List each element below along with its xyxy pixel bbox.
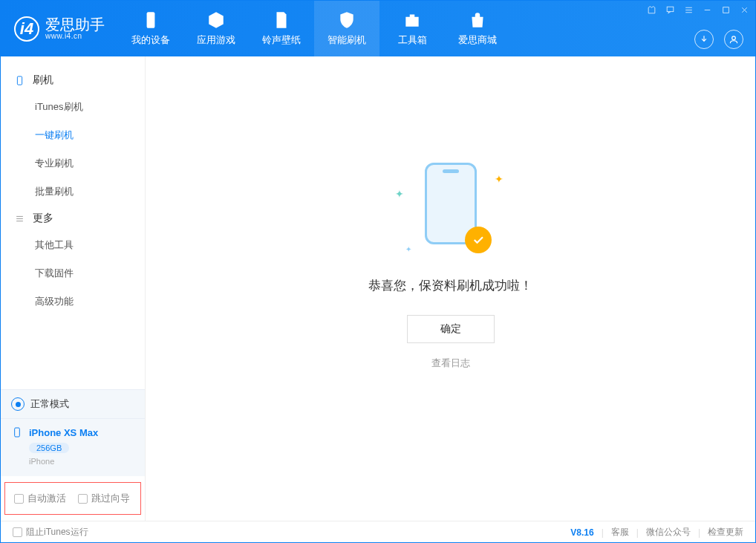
success-illustration: ✦ ✦ ✦ <box>395 163 506 259</box>
tab-label: 智能刷机 <box>328 33 366 47</box>
tab-toolbox[interactable]: 工具箱 <box>379 1 445 56</box>
minimize-icon[interactable] <box>703 5 712 17</box>
mode-label: 正常模式 <box>30 397 69 411</box>
logo-icon: i4 <box>14 16 39 42</box>
status-dot-icon <box>11 397 25 411</box>
header: i4 爱思助手 www.i4.cn 我的设备 应用游戏 铃声壁纸 智能刷机 工具… <box>1 1 755 56</box>
tab-label: 应用游戏 <box>197 33 235 47</box>
svg-rect-1 <box>667 7 674 12</box>
svg-rect-5 <box>15 428 20 437</box>
sparkle-icon: ✦ <box>395 188 404 200</box>
tab-store[interactable]: 爱思商城 <box>445 1 510 56</box>
device-capacity: 256GB <box>29 443 69 453</box>
brand-subtitle: www.i4.cn <box>45 32 105 40</box>
success-message: 恭喜您，保资料刷机成功啦！ <box>368 277 532 294</box>
sidebar-item-pro-flash[interactable]: 专业刷机 <box>1 149 145 178</box>
tab-label: 爱思商城 <box>458 33 497 47</box>
sidebar-item-oneclick-flash[interactable]: 一键刷机 <box>1 121 145 149</box>
menu-icon[interactable] <box>684 5 694 17</box>
section-title: 更多 <box>33 212 53 225</box>
tab-apps[interactable]: 应用游戏 <box>183 1 249 56</box>
device-type: iPhone <box>29 457 134 466</box>
checkbox-label: 自动激活 <box>27 492 66 505</box>
footer-link-update[interactable]: 检查更新 <box>708 526 743 539</box>
checkbox-label: 跳过向导 <box>91 492 130 505</box>
sidebar-item-advanced[interactable]: 高级功能 <box>1 287 145 316</box>
separator: | <box>698 527 700 538</box>
device-mode[interactable]: 正常模式 <box>1 389 145 418</box>
checkbox-block-itunes[interactable]: 阻止iTunes运行 <box>13 526 88 539</box>
svg-rect-4 <box>17 76 22 84</box>
sparkle-icon: ✦ <box>405 245 411 253</box>
feedback-icon[interactable] <box>665 5 675 17</box>
ok-button[interactable]: 确定 <box>407 315 495 343</box>
separator: | <box>602 527 604 538</box>
device-card[interactable]: iPhone XS Max 256GB iPhone <box>1 418 145 476</box>
tab-my-device[interactable]: 我的设备 <box>118 1 183 56</box>
user-icon[interactable] <box>724 30 743 49</box>
phone-icon <box>141 10 160 30</box>
svg-rect-0 <box>147 12 155 28</box>
music-file-icon <box>272 10 291 30</box>
sparkle-icon: ✦ <box>495 173 504 185</box>
window-controls <box>647 5 749 17</box>
nav-tabs: 我的设备 应用游戏 铃声壁纸 智能刷机 工具箱 爱思商城 <box>118 1 510 56</box>
checkbox-label: 阻止iTunes运行 <box>26 526 88 539</box>
tab-label: 铃声壁纸 <box>262 33 301 47</box>
svg-rect-2 <box>723 7 729 13</box>
check-badge-icon <box>465 227 492 253</box>
phone-outline-icon <box>11 426 23 438</box>
sidebar-item-batch-flash[interactable]: 批量刷机 <box>1 178 145 206</box>
tab-label: 我的设备 <box>131 33 170 47</box>
checkbox-skip-wizard[interactable]: 跳过向导 <box>78 492 130 505</box>
brand-name: 爱思助手 <box>45 17 105 32</box>
view-log-link[interactable]: 查看日志 <box>431 357 470 370</box>
close-icon[interactable] <box>740 5 749 17</box>
sidebar-item-download-firmware[interactable]: 下载固件 <box>1 259 145 287</box>
download-icon[interactable] <box>694 30 714 49</box>
bag-icon <box>468 10 487 30</box>
svg-point-3 <box>732 36 736 40</box>
checkbox-icon <box>14 494 24 504</box>
separator: | <box>636 527 639 538</box>
checkbox-icon <box>78 494 88 504</box>
device-icon <box>14 75 25 86</box>
tab-flash[interactable]: 智能刷机 <box>314 1 379 56</box>
checkbox-icon <box>13 527 22 537</box>
flash-options-highlight: 自动激活 跳过向导 <box>4 482 141 515</box>
tab-label: 工具箱 <box>398 33 427 47</box>
footer-link-wechat[interactable]: 微信公众号 <box>646 526 691 539</box>
header-actions <box>694 30 743 49</box>
cube-icon <box>206 10 226 30</box>
refresh-shield-icon <box>337 10 356 30</box>
section-title: 刷机 <box>33 74 53 87</box>
sidebar-item-other-tools[interactable]: 其他工具 <box>1 231 145 259</box>
device-name: iPhone XS Max <box>29 427 98 438</box>
sidebar-item-itunes-flash[interactable]: iTunes刷机 <box>1 93 145 121</box>
list-icon <box>14 213 25 224</box>
logo[interactable]: i4 爱思助手 www.i4.cn <box>1 1 118 56</box>
sidebar: 刷机 iTunes刷机 一键刷机 专业刷机 批量刷机 更多 其他工具 下载固件 … <box>1 56 146 521</box>
sidebar-section-flash: 刷机 <box>1 68 145 93</box>
sidebar-section-more: 更多 <box>1 206 145 231</box>
maximize-icon[interactable] <box>721 5 731 17</box>
footer: 阻止iTunes运行 V8.16 | 客服 | 微信公众号 | 检查更新 <box>1 521 755 543</box>
main-content: ✦ ✦ ✦ 恭喜您，保资料刷机成功啦！ 确定 查看日志 <box>146 56 755 521</box>
version-label: V8.16 <box>570 527 593 538</box>
checkbox-auto-activate[interactable]: 自动激活 <box>14 492 66 505</box>
skin-icon[interactable] <box>647 5 656 17</box>
tab-ringtones[interactable]: 铃声壁纸 <box>249 1 314 56</box>
briefcase-icon <box>403 10 422 30</box>
footer-link-support[interactable]: 客服 <box>611 526 629 539</box>
